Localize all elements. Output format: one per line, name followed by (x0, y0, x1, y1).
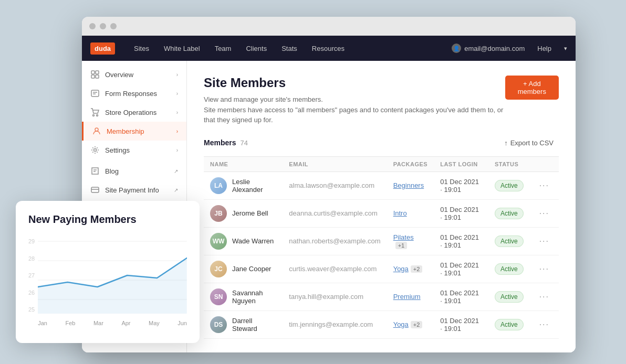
member-name: Jane Cooper (232, 265, 271, 273)
table-row: JC Jane Cooper curtis.weaver@example.com… (204, 255, 559, 283)
settings-icon (90, 145, 100, 155)
overview-icon (90, 70, 100, 79)
sidebar-item-store-operations[interactable]: Store Operations › (82, 103, 186, 122)
package-link[interactable]: Premium (393, 293, 421, 301)
member-last-login: 01 Dec 2021 · 19:01 (434, 199, 488, 227)
more-options-button[interactable]: ··· (536, 290, 552, 303)
avatar: DS (210, 316, 227, 333)
nav-resources[interactable]: Resources (306, 41, 351, 56)
browser-dot-red (89, 23, 96, 29)
member-name-cell: LA Leslie Alexander (210, 177, 276, 194)
sidebar-item-membership[interactable]: Membership › (82, 122, 186, 141)
content-area: Site Members View and manage your site's… (187, 61, 576, 352)
more-options-button[interactable]: ··· (536, 207, 552, 220)
sidebar-label-membership: Membership (107, 127, 176, 135)
avatar-initials: JB (214, 210, 222, 217)
sidebar-item-overview[interactable]: Overview › (82, 65, 186, 84)
chevron-icon-form-responses: › (176, 91, 178, 97)
sidebar-label-blog: Blog (105, 167, 172, 175)
nav-team[interactable]: Team (208, 41, 238, 56)
members-table: NAME EMAIL PACKAGES LAST LOGIN STATUS LA… (204, 156, 559, 339)
package-link[interactable]: Yoga (393, 320, 409, 328)
member-packages: Premium (387, 283, 434, 311)
member-name-cell: DS Darrell Steward (210, 316, 276, 333)
package-extra: +1 (395, 242, 408, 249)
member-status: Active (488, 283, 530, 311)
svg-rect-13 (91, 187, 99, 192)
member-last-login: 01 Dec 2021 · 19:01 (434, 255, 488, 283)
y-label-5: 29 (28, 238, 35, 244)
col-status: STATUS (488, 156, 530, 172)
nav-stats[interactable]: Stats (275, 41, 304, 56)
avatar-initials: WW (213, 238, 225, 245)
more-options-button[interactable]: ··· (536, 262, 552, 275)
nav-white-label[interactable]: White Label (158, 41, 206, 56)
sidebar-item-blog[interactable]: Blog ↗ (82, 162, 186, 180)
nav-user[interactable]: 👤 email@domain.com (452, 44, 525, 53)
sidebar-item-form-responses[interactable]: Form Responses › (82, 84, 186, 103)
status-badge: Active (495, 263, 524, 275)
status-badge: Active (495, 319, 524, 330)
page-desc-line1: View and manage your site's members. Sit… (204, 94, 505, 125)
nav-clients[interactable]: Clients (239, 41, 273, 56)
member-status: Active (488, 227, 530, 255)
members-header: Members 74 ↑ Export to CSV (204, 136, 559, 150)
member-name: Savannah Nguyen (232, 289, 276, 305)
member-email: tim.jennings@example.com (283, 311, 387, 338)
sidebar-item-settings[interactable]: Settings › (82, 141, 186, 159)
chevron-icon-overview: › (176, 72, 178, 78)
member-status: Active (488, 199, 530, 227)
x-label-mar: Mar (93, 320, 103, 326)
member-name-cell: SN Savannah Nguyen (210, 288, 276, 305)
col-name: NAME (204, 156, 283, 172)
add-members-button[interactable]: + Add members (505, 76, 559, 100)
user-email: email@domain.com (464, 45, 525, 52)
nav-help[interactable]: Help (531, 41, 558, 56)
more-options-button[interactable]: ··· (536, 234, 552, 248)
svg-rect-1 (96, 71, 99, 74)
member-status: Active (488, 311, 530, 338)
browser-dot-green (110, 23, 117, 29)
user-icon: 👤 (452, 44, 461, 53)
svg-point-7 (93, 115, 95, 116)
package-link[interactable]: Intro (393, 209, 407, 217)
avatar: WW (210, 233, 227, 250)
export-label: Export to CSV (510, 139, 554, 147)
members-count-row: Members 74 (204, 138, 248, 147)
package-link[interactable]: Beginners (393, 181, 424, 189)
member-last-login: 01 Dec 2021 · 19:01 (434, 311, 488, 338)
members-label: Members (204, 138, 236, 147)
more-options-button[interactable]: ··· (536, 318, 552, 331)
member-name: Wade Warren (232, 237, 274, 245)
nav-sites[interactable]: Sites (128, 41, 155, 56)
package-link[interactable]: Pilates (393, 233, 414, 241)
status-badge: Active (495, 291, 524, 303)
x-label-may: May (149, 320, 160, 326)
col-packages: PACKAGES (387, 156, 434, 172)
duda-logo: duda (90, 42, 115, 55)
svg-rect-4 (91, 90, 99, 97)
chart-container: 29 28 27 26 25 (28, 236, 187, 330)
chart-svg (38, 236, 187, 315)
member-packages: Yoga+2 (387, 255, 434, 283)
status-badge: Active (495, 235, 524, 247)
nav-chevron-icon: ▾ (564, 45, 567, 52)
chevron-icon-settings: › (176, 147, 178, 153)
col-email: EMAIL (283, 156, 387, 172)
member-name: Darrell Steward (232, 317, 276, 333)
export-icon: ↑ (504, 139, 508, 147)
payment-icon (90, 185, 100, 195)
more-options-button[interactable]: ··· (536, 179, 552, 192)
sidebar-label-store-operations: Store Operations (105, 109, 176, 116)
member-packages: Beginners (387, 172, 434, 199)
membership-icon (92, 126, 101, 136)
sidebar-item-site-payment-info[interactable]: Site Payment Info ↗ (82, 180, 186, 199)
member-status: Active (488, 255, 530, 283)
sidebar-label-settings: Settings (105, 146, 176, 154)
y-label-3: 27 (28, 272, 35, 279)
export-csv-button[interactable]: ↑ Export to CSV (499, 136, 559, 150)
package-link[interactable]: Yoga (393, 265, 409, 273)
member-last-login: 01 Dec 2021 · 19:01 (434, 283, 488, 311)
x-label-jun: Jun (178, 320, 187, 326)
y-label-1: 25 (28, 306, 35, 313)
